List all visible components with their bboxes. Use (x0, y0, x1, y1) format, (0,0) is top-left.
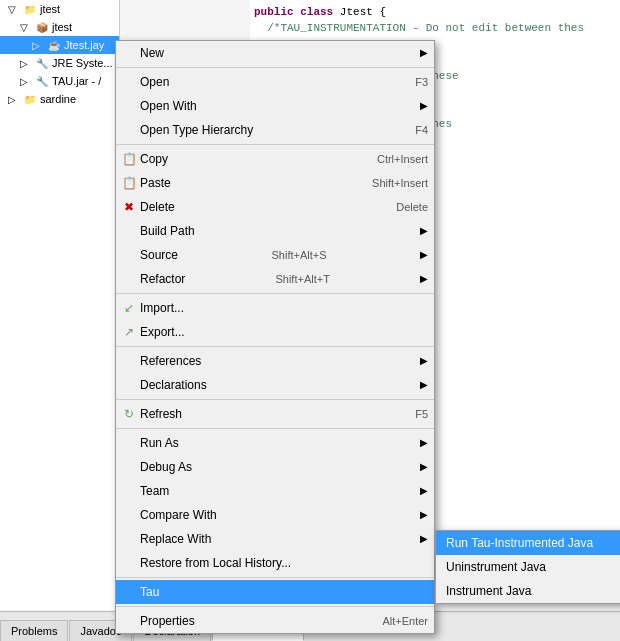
menu-item-build-path[interactable]: Build Path ▶ (116, 219, 434, 243)
arrow-run-as: ▶ (420, 434, 428, 452)
submenu-label-instrument: Instrument Java (446, 582, 531, 600)
shortcut-paste: Shift+Insert (372, 174, 428, 192)
copy-icon: 📋 (120, 150, 138, 168)
tree-item-jtest-root[interactable]: ▽ 📁 jtest (0, 0, 119, 18)
menu-label-copy: Copy (140, 150, 168, 168)
delete-icon: ✖ (120, 198, 138, 216)
code-line-1: public class Jtest { (254, 4, 616, 20)
expand-icon4: ▷ (16, 55, 32, 71)
arrow-debug-as: ▶ (420, 458, 428, 476)
tree-item-jtest-package[interactable]: ▽ 📦 jtest (0, 18, 119, 36)
submenu-item-instrument[interactable]: Instrument Java (436, 579, 620, 603)
menu-label-declarations: Declarations (140, 376, 207, 394)
arrow-declarations: ▶ (420, 376, 428, 394)
menu-label-restore: Restore from Local History... (140, 554, 291, 572)
menu-item-team[interactable]: Team ▶ (116, 479, 434, 503)
menu-item-references[interactable]: References ▶ (116, 349, 434, 373)
menu-item-replace-with[interactable]: Replace With ▶ (116, 527, 434, 551)
expand-icon2: ▽ (16, 19, 32, 35)
menu-label-delete: Delete (140, 198, 175, 216)
import-icon: ↙ (120, 299, 138, 317)
menu-item-restore[interactable]: Restore from Local History... (116, 551, 434, 575)
tree-label-jtest-root: jtest (40, 3, 60, 15)
menu-label-references: References (140, 352, 201, 370)
menu-item-import[interactable]: ↙ Import... (116, 296, 434, 320)
expand-icon: ▽ (4, 1, 20, 17)
menu-label-properties: Properties (140, 612, 195, 630)
menu-label-build-path: Build Path (140, 222, 195, 240)
shortcut-source: Shift+Alt+S (271, 246, 326, 264)
tree-item-sardine[interactable]: ▷ 📁 sardine (0, 90, 119, 108)
menu-item-tau[interactable]: Tau (116, 580, 434, 604)
arrow-build-path: ▶ (420, 222, 428, 240)
separator-1 (116, 67, 434, 68)
tree-item-jtest-java[interactable]: ▷ ☕ Jtest.jay (0, 36, 119, 54)
menu-label-import: Import... (140, 299, 184, 317)
submenu-item-uninstrument[interactable]: Uninstrument Java (436, 555, 620, 579)
menu-item-run-as[interactable]: Run As ▶ (116, 431, 434, 455)
separator-4 (116, 346, 434, 347)
tau-submenu: Run Tau-Instrumented Java Uninstrument J… (435, 530, 620, 604)
menu-item-compare-with[interactable]: Compare With ▶ (116, 503, 434, 527)
arrow-new: ▶ (420, 44, 428, 62)
tree-label-jtest-java: Jtest.jay (64, 39, 104, 51)
arrow-team: ▶ (420, 482, 428, 500)
menu-label-run-as: Run As (140, 434, 179, 452)
menu-label-debug-as: Debug As (140, 458, 192, 476)
tree-label-jre: JRE Syste... (52, 57, 113, 69)
menu-label-open: Open (140, 73, 169, 91)
package-icon: 📦 (34, 19, 50, 35)
menu-item-refactor[interactable]: Refactor Shift+Alt+T ▶ (116, 267, 434, 291)
menu-item-open-type-hierarchy[interactable]: Open Type Hierarchy F4 (116, 118, 434, 142)
menu-label-export: Export... (140, 323, 185, 341)
expand-icon5: ▷ (16, 73, 32, 89)
menu-item-export[interactable]: ↗ Export... (116, 320, 434, 344)
menu-item-paste[interactable]: 📋 Paste Shift+Insert (116, 171, 434, 195)
submenu-label-uninstrument: Uninstrument Java (446, 558, 546, 576)
submenu-item-run-tau[interactable]: Run Tau-Instrumented Java (436, 531, 620, 555)
arrow-open-with: ▶ (420, 97, 428, 115)
menu-item-open[interactable]: Open F3 (116, 70, 434, 94)
menu-label-refresh: Refresh (140, 405, 182, 423)
menu-item-open-with[interactable]: Open With ▶ (116, 94, 434, 118)
menu-item-properties[interactable]: Properties Alt+Enter (116, 609, 434, 633)
arrow-compare-with: ▶ (420, 506, 428, 524)
shortcut-open: F3 (415, 73, 428, 91)
separator-5 (116, 399, 434, 400)
code-line-2: /*TAU_INSTRUMENTATION - Do not edit betw… (254, 20, 616, 36)
expand-icon3: ▷ (28, 37, 44, 53)
menu-item-delete[interactable]: ✖ Delete Delete (116, 195, 434, 219)
menu-item-refresh[interactable]: ↻ Refresh F5 (116, 402, 434, 426)
separator-3 (116, 293, 434, 294)
submenu-label-run-tau: Run Tau-Instrumented Java (446, 534, 593, 552)
shortcut-refresh: F5 (415, 405, 428, 423)
arrow-refactor: ▶ (420, 270, 428, 288)
menu-item-new[interactable]: New ▶ (116, 41, 434, 65)
context-menu: New ▶ Open F3 Open With ▶ Open Type Hier… (115, 40, 435, 634)
arrow-references: ▶ (420, 352, 428, 370)
menu-item-source[interactable]: Source Shift+Alt+S ▶ (116, 243, 434, 267)
shortcut-properties: Alt+Enter (382, 612, 428, 630)
menu-label-new: New (140, 44, 164, 62)
tree-item-jre[interactable]: ▷ 🔧 JRE Syste... (0, 54, 119, 72)
paste-icon: 📋 (120, 174, 138, 192)
shortcut-oth: F4 (415, 121, 428, 139)
tab-problems[interactable]: Problems (0, 620, 68, 641)
tree-item-tau-jar[interactable]: ▷ 🔧 TAU.jar - / (0, 72, 119, 90)
menu-item-declarations[interactable]: Declarations ▶ (116, 373, 434, 397)
jre-icon: 🔧 (34, 55, 50, 71)
refresh-icon: ↻ (120, 405, 138, 423)
shortcut-delete: Delete (396, 198, 428, 216)
menu-label-paste: Paste (140, 174, 171, 192)
menu-item-debug-as[interactable]: Debug As ▶ (116, 455, 434, 479)
tree-label-tau-jar: TAU.jar - / (52, 75, 101, 87)
java-file-icon: ☕ (46, 37, 62, 53)
menu-item-copy[interactable]: 📋 Copy Ctrl+Insert (116, 147, 434, 171)
tree-label-sardine: sardine (40, 93, 76, 105)
shortcut-refactor: Shift+Alt+T (275, 270, 329, 288)
menu-label-compare-with: Compare With (140, 506, 217, 524)
separator-7 (116, 577, 434, 578)
tau-jar-icon: 🔧 (34, 73, 50, 89)
tree-label-jtest: jtest (52, 21, 72, 33)
menu-label-source: Source (140, 246, 178, 264)
